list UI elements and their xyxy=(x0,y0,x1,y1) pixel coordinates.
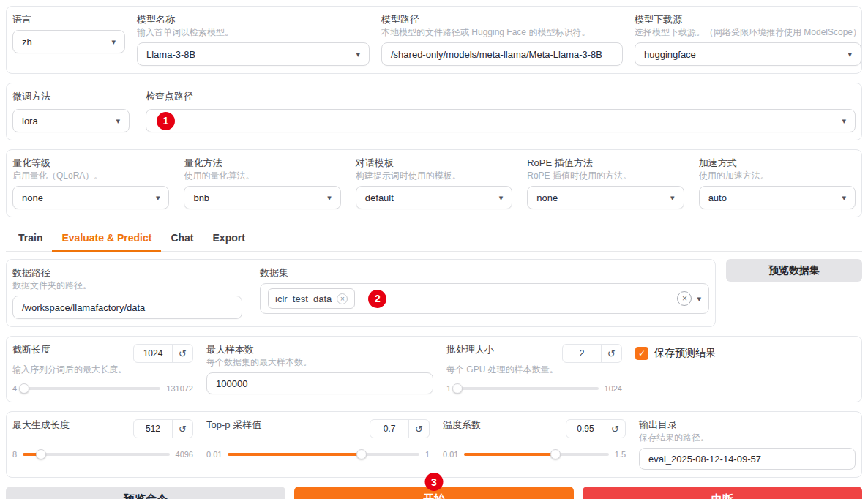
reset-icon[interactable]: ↺ xyxy=(172,420,192,438)
chevron-down-icon: ▾ xyxy=(848,50,853,59)
dataset-section: 数据路径 数据文件夹的路径。 /workspace/llamafactory/d… xyxy=(6,259,862,336)
dataset-tag-text: iclr_test_data xyxy=(275,293,332,304)
checkpoint-path-dropdown[interactable]: 1 ▾ xyxy=(146,109,856,132)
batch-size-help: 每个 GPU 处理的样本数量。 xyxy=(446,364,622,375)
annotation-badge-1: 1 xyxy=(157,112,175,130)
data-path-input[interactable]: /workspace/llamafactory/data xyxy=(12,296,242,319)
slider-fill xyxy=(464,453,555,456)
save-predictions-label: 保存预测结果 xyxy=(654,347,716,360)
rope-dropdown[interactable]: none ▾ xyxy=(527,186,684,209)
chevron-down-icon: ▾ xyxy=(356,50,360,59)
rope-field: RoPE 插值方法 RoPE 插值时使用的方法。 none ▾ xyxy=(527,157,684,209)
top-p-input[interactable]: 0.7 xyxy=(370,420,408,438)
batch-size-slider[interactable]: 1 1024 xyxy=(446,384,622,393)
tab-evaluate-predict[interactable]: Evaluate & Predict xyxy=(52,226,161,252)
slider-track[interactable] xyxy=(228,453,419,456)
remove-tag-icon[interactable]: × xyxy=(337,293,348,304)
quant-method-help: 使用的量化算法。 xyxy=(184,170,340,181)
max-samples-help: 每个数据集的最大样本数。 xyxy=(206,357,433,368)
chat-template-dropdown[interactable]: default ▾ xyxy=(356,186,512,209)
language-dropdown[interactable]: zh ▾ xyxy=(12,30,125,53)
chevron-down-icon[interactable]: ▾ xyxy=(697,295,701,303)
reset-icon[interactable]: ↺ xyxy=(408,420,429,438)
booster-label: 加速方式 xyxy=(699,157,856,169)
max-new-tokens-input[interactable]: 512 xyxy=(134,420,172,438)
cutoff-length-numbox: 1024 ↺ xyxy=(133,344,193,363)
save-predictions-checkbox-row[interactable]: ✓ 保存预测结果 xyxy=(635,347,856,360)
top-p-field: Top-p 采样值 0.7 ↺ 0.01 1 xyxy=(206,419,430,470)
max-new-tokens-label: 最大生成长度 xyxy=(12,419,70,431)
slider-track[interactable] xyxy=(457,387,598,390)
tab-export[interactable]: Export xyxy=(203,226,255,252)
chat-template-label: 对话模板 xyxy=(356,157,512,169)
model-source-value: huggingface xyxy=(644,49,696,60)
chevron-down-icon: ▾ xyxy=(842,117,846,125)
chevron-down-icon: ▾ xyxy=(842,194,847,202)
model-source-dropdown[interactable]: huggingface ▾ xyxy=(635,42,861,66)
slider-track[interactable] xyxy=(464,453,608,456)
finetune-method-field: 微调方法 lora ▾ xyxy=(12,91,130,132)
action-buttons-row: 预览命令 开始 3 中断 xyxy=(6,487,862,499)
max-new-tokens-slider[interactable]: 8 4096 xyxy=(12,450,193,459)
top-p-slider[interactable]: 0.01 1 xyxy=(206,450,430,459)
slider-handle[interactable] xyxy=(452,383,463,394)
slider-min-label: 8 xyxy=(12,450,17,459)
reset-icon[interactable]: ↺ xyxy=(172,345,192,362)
slider-handle[interactable] xyxy=(36,449,46,459)
quant-level-dropdown[interactable]: none ▾ xyxy=(12,186,169,209)
batch-size-label: 批处理大小 xyxy=(446,344,494,356)
rope-value: none xyxy=(536,192,558,203)
slider-handle[interactable] xyxy=(550,449,561,459)
model-source-help: 选择模型下载源。（网络受限环境推荐使用 ModelScope） xyxy=(635,27,861,38)
model-path-input[interactable]: /shared-only/models/meta-llama/Meta-Llam… xyxy=(381,42,623,66)
output-dir-input[interactable]: eval_2025-08-12-14-09-57 xyxy=(639,448,856,470)
top-p-label: Top-p 采样值 xyxy=(206,419,261,431)
tab-chat[interactable]: Chat xyxy=(161,226,203,252)
dataset-tag: iclr_test_data × xyxy=(268,288,355,309)
max-samples-value: 100000 xyxy=(216,378,247,389)
clear-selection-icon[interactable]: × xyxy=(677,291,692,306)
language-label: 语言 xyxy=(12,14,125,26)
tab-train[interactable]: Train xyxy=(9,226,52,252)
preview-command-button[interactable]: 预览命令 xyxy=(6,487,285,499)
finetune-method-dropdown[interactable]: lora ▾ xyxy=(12,109,130,132)
start-button[interactable]: 开始 3 xyxy=(294,487,574,499)
model-name-label: 模型名称 xyxy=(137,14,370,26)
temperature-label: 温度系数 xyxy=(443,419,481,431)
reset-icon[interactable]: ↺ xyxy=(605,420,625,438)
booster-value: auto xyxy=(708,192,727,203)
finetune-panel: 微调方法 lora ▾ 检查点路径 1 ▾ xyxy=(6,83,862,140)
quant-method-dropdown[interactable]: bnb ▾ xyxy=(184,186,340,209)
interrupt-button[interactable]: 中断 xyxy=(583,487,862,499)
dataset-dropdown-controls: × ▾ xyxy=(677,291,701,306)
preview-dataset-button[interactable]: 预览数据集 xyxy=(726,259,862,282)
chevron-down-icon: ▾ xyxy=(327,194,332,202)
chat-template-field: 对话模板 构建提示词时使用的模板。 default ▾ xyxy=(356,157,512,209)
cutoff-length-slider[interactable]: 4 131072 xyxy=(12,384,193,393)
slider-track[interactable] xyxy=(23,453,169,456)
slider-track[interactable] xyxy=(23,387,160,390)
stage-tabbar: Train Evaluate & Predict Chat Export xyxy=(6,226,862,252)
checkpoint-path-label: 检查点路径 xyxy=(146,91,856,102)
temperature-slider[interactable]: 0.01 1.5 xyxy=(443,450,626,459)
dataset-dropdown[interactable]: iclr_test_data × 2 × ▾ xyxy=(260,283,709,314)
slider-handle[interactable] xyxy=(356,449,367,459)
batch-size-input[interactable]: 2 xyxy=(563,345,601,362)
checkbox-checked-icon[interactable]: ✓ xyxy=(635,347,648,360)
llamafactory-webui: 语言 zh ▾ 模型名称 输入首单词以检索模型。 Llama-3-8B ▾ 模型… xyxy=(0,0,868,499)
chevron-down-icon: ▾ xyxy=(156,194,160,202)
max-samples-input[interactable]: 100000 xyxy=(206,372,433,394)
quant-level-help: 启用量化（QLoRA）。 xyxy=(12,170,169,181)
model-name-dropdown[interactable]: Llama-3-8B ▾ xyxy=(137,42,370,66)
slider-handle[interactable] xyxy=(19,383,29,394)
booster-dropdown[interactable]: auto ▾ xyxy=(699,186,856,209)
temperature-input[interactable]: 0.95 xyxy=(566,420,605,438)
reset-icon[interactable]: ↺ xyxy=(601,345,621,362)
output-dir-value: eval_2025-08-12-14-09-57 xyxy=(648,454,761,465)
model-path-value: /shared-only/models/meta-llama/Meta-Llam… xyxy=(391,49,602,60)
cutoff-length-input[interactable]: 1024 xyxy=(134,345,172,362)
start-button-label: 开始 xyxy=(423,492,445,499)
model-source-label: 模型下载源 xyxy=(635,14,861,26)
dataset-field: 数据集 iclr_test_data × 2 × ▾ xyxy=(260,267,709,319)
cutoff-length-field: 截断长度 1024 ↺ 输入序列分词后的最大长度。 4 131072 xyxy=(12,344,193,394)
